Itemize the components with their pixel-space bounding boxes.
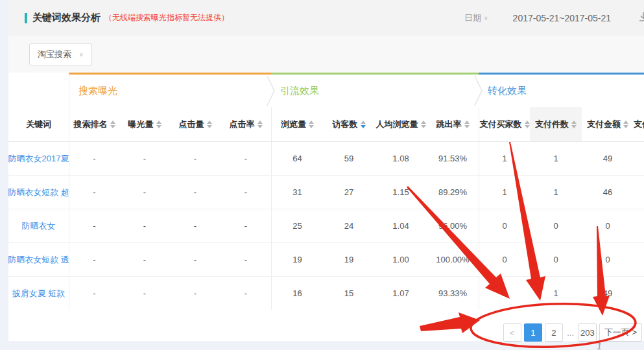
page-button-1[interactable]: 1: [524, 323, 542, 342]
cell-avg-pageviews: 1.15: [375, 176, 427, 209]
cell-search-rank: -: [69, 209, 119, 242]
cell-bounce-rate: 100.00%: [427, 243, 479, 276]
cell-bounce-rate: 91.53%: [427, 142, 479, 175]
cell-paid-amount: 0: [582, 243, 634, 276]
col-header-bounce-rate[interactable]: 跳出率: [427, 107, 479, 141]
pagination: < 1 2 ... 203 下一页 >: [503, 323, 642, 342]
cell-ctr: -: [221, 243, 271, 276]
col-header-label: 支付金额: [587, 119, 621, 130]
cell-paid-items: 1: [530, 176, 582, 209]
col-header-clicks[interactable]: 点击量: [170, 107, 221, 141]
sort-icon[interactable]: [623, 121, 628, 128]
cell-ctr: -: [221, 209, 271, 242]
keyword-link[interactable]: 防晒衣女: [8, 209, 69, 242]
cell-avg-pageviews: 1.08: [375, 142, 427, 175]
cell-paid-items: 0: [530, 243, 582, 276]
table-row: 防晒衣女2017夏 - - - - 64 59 1.08 91.53% 1 1 …: [8, 141, 644, 175]
table-group-header: 搜索曝光 引流效果 转化效果: [8, 73, 644, 107]
keyword-link[interactable]: 披肩女夏 短款: [8, 277, 69, 310]
col-header-search-rank[interactable]: 搜索排名: [69, 107, 119, 141]
col-header-paid-items[interactable]: 支付件数: [530, 107, 582, 141]
keyword-analysis-panel: 关键词效果分析 （无线端搜索曝光指标暂无法提供） 日期 ∨ 2017-05-21…: [8, 0, 644, 342]
next-page-button[interactable]: 下一页 >: [599, 323, 642, 342]
cell-paid-buyers: 1: [479, 142, 530, 175]
col-header-pageviews[interactable]: 浏览量: [271, 107, 323, 141]
cell-pageviews: 31: [271, 176, 323, 209]
col-header-truncated[interactable]: 支付: [634, 107, 644, 141]
cell-avg-pageviews: 1.04: [375, 209, 427, 242]
cell-bounce-rate: 89.29%: [427, 176, 479, 209]
group-separator: [474, 75, 483, 106]
cell-pageviews: 25: [271, 209, 323, 242]
date-range[interactable]: 2017-05-21~2017-05-21: [513, 13, 611, 23]
title-band: 关键词效果分析 （无线端搜索曝光指标暂无法提供） 日期 ∨ 2017-05-21…: [8, 0, 644, 36]
col-header-label: 曝光量: [128, 119, 154, 130]
cell-pageviews: 64: [271, 142, 323, 175]
sort-icon[interactable]: [257, 121, 263, 128]
col-header-label: 搜索排名: [74, 119, 108, 130]
group-separator: [267, 75, 276, 106]
cell-truncated: [634, 142, 644, 175]
cell-avg-pageviews: 1.07: [375, 277, 427, 310]
cell-paid-amount: 49: [582, 277, 634, 310]
keyword-link[interactable]: 防晒衣女2017夏: [8, 142, 69, 175]
date-dropdown[interactable]: 日期 ∨: [464, 12, 488, 24]
sort-icon-active[interactable]: [361, 121, 366, 128]
cell-pageviews: 19: [271, 243, 323, 276]
sort-icon[interactable]: [525, 121, 530, 128]
sort-icon[interactable]: [421, 121, 426, 128]
cell-bounce-rate: 93.33%: [427, 277, 479, 310]
cell-visitors: 19: [323, 243, 375, 276]
sort-icon[interactable]: [110, 121, 115, 128]
cell-bounce-rate: 96.00%: [427, 209, 479, 242]
cell-paid-items: 1: [530, 277, 582, 310]
sort-icon[interactable]: [464, 121, 470, 128]
channel-select[interactable]: 淘宝搜索 ∨: [29, 43, 92, 65]
prev-page-button[interactable]: <: [503, 323, 521, 342]
sort-icon[interactable]: [207, 121, 212, 128]
cell-impressions: -: [119, 209, 170, 242]
cell-ctr: -: [221, 176, 271, 209]
cell-truncated: [634, 277, 644, 310]
sort-icon[interactable]: [309, 121, 314, 128]
col-header-paid-amount[interactable]: 支付金额: [582, 107, 634, 141]
table-row: 披肩女夏 短款 - - - - 16 15 1.07 93.33% 1 1 49: [8, 276, 644, 310]
col-header-label: 关键词: [26, 119, 51, 130]
keyword-link[interactable]: 防晒衣女短款 超: [8, 176, 69, 209]
col-header-avg-pageviews[interactable]: 人均浏览量: [375, 107, 427, 141]
table-row: 防晒衣女 - - - - 25 24 1.04 96.00% 0 0 0: [8, 209, 644, 242]
cell-paid-buyers: 1: [479, 277, 530, 310]
cell-impressions: -: [119, 277, 170, 310]
col-header-impressions[interactable]: 曝光量: [119, 107, 170, 141]
group-conversion-effect: 转化效果: [479, 73, 644, 107]
group-traffic-effect: 引流效果: [271, 73, 479, 107]
cell-visitors: 27: [323, 176, 375, 209]
cell-search-rank: -: [69, 176, 119, 209]
sort-icon[interactable]: [571, 121, 577, 128]
cell-truncated: [634, 209, 644, 242]
channel-select-value: 淘宝搜索: [38, 49, 71, 60]
col-header-label: 人均浏览量: [376, 119, 418, 130]
page-button-203[interactable]: 203: [578, 323, 597, 342]
col-header-visitors[interactable]: 访客数: [323, 107, 375, 141]
col-header-ctr[interactable]: 点击率: [221, 107, 271, 141]
col-header-label: 访客数: [333, 119, 358, 130]
download-icon[interactable]: [638, 12, 644, 25]
date-dropdown-label: 日期: [464, 12, 481, 24]
cell-paid-items: 0: [530, 209, 582, 242]
col-header-paid-buyers[interactable]: 支付买家数: [479, 107, 530, 141]
page-button-2[interactable]: 2: [545, 323, 563, 342]
sort-icon[interactable]: [156, 121, 161, 128]
cell-clicks: -: [170, 209, 221, 242]
cell-search-rank: -: [69, 142, 119, 175]
group-spacer: [8, 73, 69, 107]
table-header-row: 关键词 搜索排名 曝光量 点击量 点击率 浏览量 访客数 人均浏览量: [8, 107, 644, 141]
cell-search-rank: -: [69, 277, 119, 310]
keyword-link[interactable]: 防晒衣女短款 透: [8, 243, 69, 276]
cell-impressions: -: [119, 243, 170, 276]
cell-paid-buyers: 0: [479, 209, 530, 242]
col-header-label: 点击量: [179, 119, 204, 130]
cell-avg-pageviews: 1.00: [375, 243, 427, 276]
cell-clicks: -: [170, 243, 221, 276]
col-header-label: 浏览量: [281, 119, 306, 130]
